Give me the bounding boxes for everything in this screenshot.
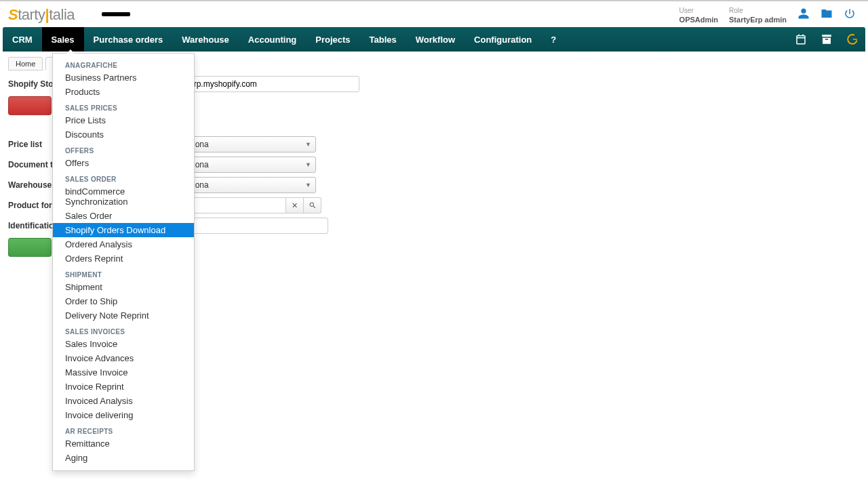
menu-item[interactable]: Shopify Orders Download [53,223,194,237]
user-value: OPSAdmin [679,16,718,24]
menu-item[interactable]: Business Partners [53,70,194,85]
product-input[interactable] [184,197,286,214]
warehouse-select[interactable]: ziona▼ [184,177,316,193]
menu-item[interactable]: Price Lists [53,113,194,127]
menu-section-header: ANAGRAFICHE [53,56,194,70]
menu-section-header: SALES ORDER [53,170,194,184]
menu-item[interactable]: bindCommerce Synchronization [53,184,194,209]
breadcrumb-home[interactable]: Home [8,57,43,70]
nav-accounting[interactable]: Accounting [239,27,307,52]
shopify-store-input[interactable] [184,76,359,92]
power-icon[interactable] [844,7,856,23]
logo: Starty|talia [8,6,130,24]
calendar-icon[interactable] [788,27,814,52]
menu-section-header: OFFERS [53,142,194,156]
clear-button[interactable]: ✕ [286,197,304,214]
doc-type-select[interactable]: ziona▼ [184,157,316,173]
app-header: Starty|talia User OPSAdmin Role StartyEr… [0,1,868,27]
menu-item[interactable]: Discounts [53,127,194,142]
menu-item[interactable]: Offers [53,156,194,170]
nav-sales[interactable]: Sales [42,27,84,52]
menu-section-header: SALES PRICES [53,99,194,113]
role-label: Role [729,7,787,14]
google-icon[interactable] [840,27,865,52]
nav-tables[interactable]: Tables [360,27,406,52]
redacted-text [102,12,130,16]
save-button[interactable] [8,238,52,257]
nav-help[interactable]: ? [541,27,566,52]
menu-item[interactable]: Products [53,85,194,99]
nav-configuration[interactable]: Configuration [465,27,541,52]
menu-item[interactable]: Orders Reprint [53,251,194,264]
user-icon[interactable] [797,7,810,23]
sales-dropdown: ANAGRAFICHEBusiness PartnersProductsSALE… [52,53,195,264]
search-button[interactable] [304,197,321,214]
price-list-select[interactable]: ziona▼ [184,136,316,152]
nav-warehouse[interactable]: Warehouse [172,27,239,52]
ident-input[interactable] [184,218,328,234]
nav-purchase[interactable]: Purchase orders [84,27,173,52]
nav-workflow[interactable]: Workflow [406,27,465,52]
menu-item[interactable]: Sales Order [53,209,194,223]
archive-icon[interactable] [814,27,840,52]
menu-item[interactable]: Ordered Analysis [53,237,194,251]
user-label: User [679,7,718,14]
folder-icon[interactable] [821,7,833,23]
role-value: StartyErp admin [729,16,787,24]
role-info: Role StartyErp admin [729,7,787,24]
nav-crm[interactable]: CRM [3,27,42,52]
user-info: User OPSAdmin [679,7,718,24]
delete-button[interactable] [8,96,52,115]
main-nav: CRM Sales Purchase orders Warehouse Acco… [3,27,865,52]
nav-projects[interactable]: Projects [306,27,359,52]
